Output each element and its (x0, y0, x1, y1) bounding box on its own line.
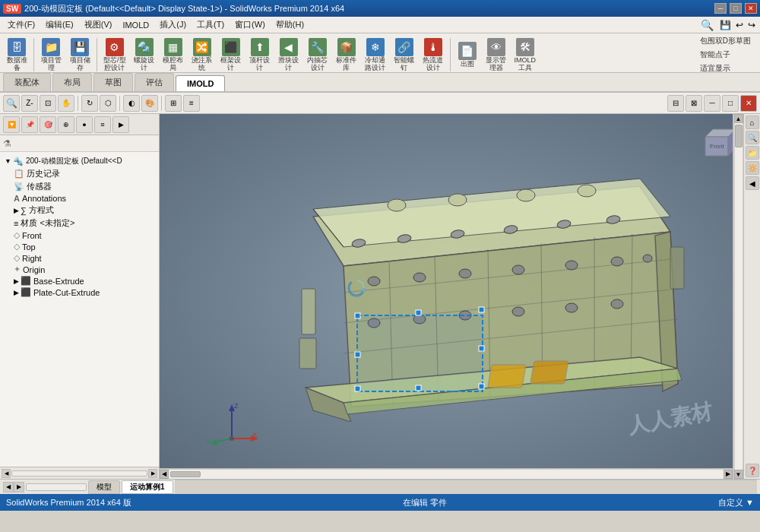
toolbar-project-mgr[interactable]: 📁 项目管 理 (37, 36, 65, 73)
menu-item-tools[interactable]: 工具(T) (192, 17, 229, 32)
tab-evaluate[interactable]: 评估 (135, 73, 174, 91)
tab-imold[interactable]: IMOLD (176, 75, 225, 91)
close-button[interactable]: ✕ (745, 3, 757, 14)
toolbar-data-prep[interactable]: 🗄 数据准 备 (3, 36, 30, 73)
minimize-button[interactable]: ─ (714, 3, 727, 14)
scroll-track-bottom[interactable] (169, 470, 724, 479)
menu-item-insert[interactable]: 插入(J) (155, 17, 191, 32)
lp-scroll-right[interactable]: ▶ (148, 469, 157, 478)
lp-btn-6[interactable]: ≡ (94, 116, 111, 133)
menu-item-help[interactable]: 帮助(H) (271, 17, 309, 32)
rp-help-button[interactable]: ❓ (746, 464, 759, 477)
toolbar-cooling[interactable]: ❄ 冷却通 路设计 (362, 36, 389, 73)
lp-btn-3[interactable]: 🎯 (40, 116, 56, 133)
toolbar-smart-screw[interactable]: 🔗 智能螺 钉 (391, 36, 418, 73)
tab-assembly[interactable]: 装配体 (3, 73, 51, 91)
viewport-scrollbar-right[interactable]: ▲ ▼ (733, 114, 743, 479)
tree-item-equations[interactable]: ▶ ∑ 方程式 (0, 204, 159, 217)
tree-item-right[interactable]: ◇ Right (0, 252, 159, 264)
scroll-up-button[interactable]: ▲ (734, 114, 743, 123)
scroll-track-right[interactable] (735, 123, 743, 470)
menu-item-window[interactable]: 窗口(W) (230, 17, 270, 32)
viewport-scrollbar-bottom[interactable]: ◀ ▶ (160, 468, 733, 479)
toolbar-frame[interactable]: ⬛ 框架设 计 (217, 36, 245, 73)
undo-icon[interactable]: ↩ (734, 20, 745, 30)
tree-item-plate-cut[interactable]: ▶ ⬛ Plate-Cut-Extrude (0, 287, 159, 298)
tree-item-annotations[interactable]: A Annotations (0, 193, 159, 204)
rotate-button[interactable]: ↻ (81, 95, 98, 112)
zoom-out-button[interactable]: Z- (21, 95, 38, 112)
scroll-right-button[interactable]: ▶ (724, 470, 733, 479)
scroll-left-button[interactable]: ◀ (160, 470, 169, 479)
view-options-button[interactable]: ≡ (183, 95, 200, 112)
color-button[interactable]: 🎨 (141, 95, 158, 112)
menu-item-view[interactable]: 视图(V) (80, 17, 117, 32)
search-icon[interactable]: 🔍 (698, 19, 717, 31)
tree-item-front[interactable]: ◇ Front (0, 230, 159, 241)
window-tile-button[interactable]: ⊟ (667, 95, 684, 112)
toolbar-drawing[interactable]: 📄 出图 (454, 40, 481, 70)
rp-light-button[interactable]: 🔆 (746, 161, 759, 175)
tree-root[interactable]: ▼ 🔩 200-动模固定板 (Default<<D (0, 155, 159, 167)
rp-zoom-button[interactable]: 🔍 (746, 131, 759, 144)
toolbar-right-item-2[interactable]: 智能点子 (697, 49, 733, 61)
lp-scroll-track[interactable] (11, 470, 147, 477)
toolbar-project-save[interactable]: 💾 项目储 存 (66, 36, 93, 73)
window-minimize-button[interactable]: ─ (704, 95, 720, 112)
tree-item-base-extrude[interactable]: ▶ ⬛ Base-Extrude (0, 275, 159, 287)
bottom-scroll-left[interactable]: ◀ (3, 482, 14, 492)
status-customize[interactable]: 自定义 ▼ (718, 497, 754, 508)
window-maximize-button[interactable]: □ (722, 95, 739, 112)
tree-item-top[interactable]: ◇ Top (0, 241, 159, 252)
tree-item-history[interactable]: 📋 历史记录 (0, 167, 159, 180)
lp-btn-expand[interactable]: ▶ (112, 116, 129, 133)
pan-button[interactable]: ✋ (58, 95, 74, 112)
bottom-scroll-track[interactable] (26, 483, 87, 491)
tab-sketch[interactable]: 草图 (93, 73, 133, 91)
rp-home-button[interactable]: ⌂ (746, 116, 759, 129)
toolbar-mold-design[interactable]: ⚙ 型芯/型 腔设计 (100, 36, 129, 73)
toolbar-imold-tools[interactable]: 🛠 IMOLD 工具 (511, 36, 540, 73)
save-icon[interactable]: 💾 (718, 20, 733, 30)
toolbar-screw[interactable]: 🔩 螺旋设 计 (131, 36, 158, 73)
toolbar-standard-parts[interactable]: 📦 标准件 库 (333, 36, 360, 73)
lp-btn-1[interactable]: 🔽 (3, 116, 20, 133)
scroll-thumb-right[interactable] (735, 125, 743, 147)
scroll-down-button[interactable]: ▼ (734, 470, 743, 479)
rp-folder-button[interactable]: 📁 (746, 146, 759, 160)
toolbar-right-item-1[interactable]: 包围双D形草图 (697, 35, 754, 47)
grid-button[interactable]: ⊞ (165, 95, 182, 112)
3d-viewport[interactable]: Z X Y 人人素材 Front (160, 114, 743, 479)
bottom-tab-model[interactable]: 模型 (88, 480, 120, 494)
toolbar-slider[interactable]: ◀ 滑块设 计 (275, 36, 302, 73)
scroll-thumb-bottom[interactable] (170, 471, 201, 477)
tree-item-material[interactable]: ≡ 材质 <未指定> (0, 217, 159, 230)
tree-item-sensors[interactable]: 📡 传感器 (0, 180, 159, 193)
toolbar-right-item-3[interactable]: 适宜显示 (697, 62, 733, 73)
bottom-tab-motion[interactable]: 运动算例1 (122, 480, 173, 494)
redo-icon[interactable]: ↪ (746, 20, 757, 30)
zoom-fit-button[interactable]: ⊡ (40, 95, 56, 112)
toolbar-ejector[interactable]: ⬆ 顶杆设 计 (246, 36, 274, 73)
lp-scroll-left[interactable]: ◀ (2, 469, 11, 478)
lp-btn-4[interactable]: ⊕ (58, 116, 74, 133)
toolbar-cavity[interactable]: ▦ 模腔布 局 (160, 36, 187, 73)
lp-btn-5[interactable]: ● (76, 116, 93, 133)
rp-back-button[interactable]: ◀ (746, 176, 759, 190)
toolbar-inner-pull[interactable]: 🔧 内抽芯 设计 (304, 36, 331, 73)
zoom-in-button[interactable]: 🔍 (3, 95, 20, 112)
menu-item-file[interactable]: 文件(F) (3, 17, 40, 32)
menu-item-edit[interactable]: 编辑(E) (41, 17, 78, 32)
navigation-cube[interactable]: Front (698, 122, 736, 160)
tab-layout[interactable]: 布局 (52, 73, 92, 91)
window-cascade-button[interactable]: ⊠ (686, 95, 702, 112)
display-style-button[interactable]: ◐ (123, 95, 140, 112)
maximize-button[interactable]: □ (730, 3, 742, 14)
lp-btn-2[interactable]: 📌 (21, 116, 38, 133)
tree-item-origin[interactable]: ✦ Origin (0, 264, 159, 275)
window-close-button[interactable]: ✕ (740, 95, 757, 112)
menu-item-imold[interactable]: IMOLD (118, 19, 154, 31)
bottom-scroll-right[interactable]: ▶ (14, 482, 24, 492)
toolbar-display-mgr[interactable]: 👁 显示管 理器 (483, 36, 510, 73)
toolbar-hot-runner[interactable]: 🌡 热流道 设计 (420, 36, 447, 73)
